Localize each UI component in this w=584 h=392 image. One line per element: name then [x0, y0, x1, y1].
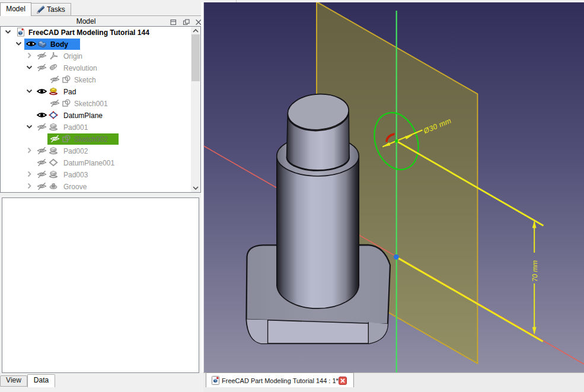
svg-text:70 mm: 70 mm: [531, 260, 539, 282]
